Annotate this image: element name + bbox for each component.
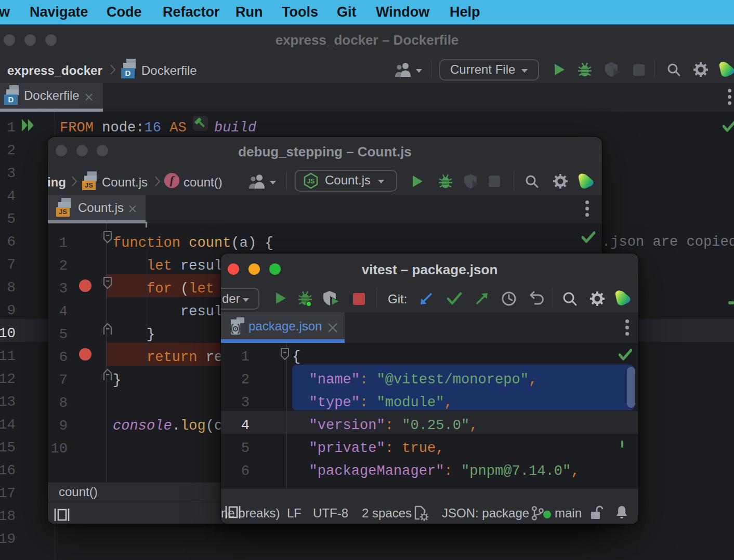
svg-text:JS: JS — [307, 178, 315, 185]
